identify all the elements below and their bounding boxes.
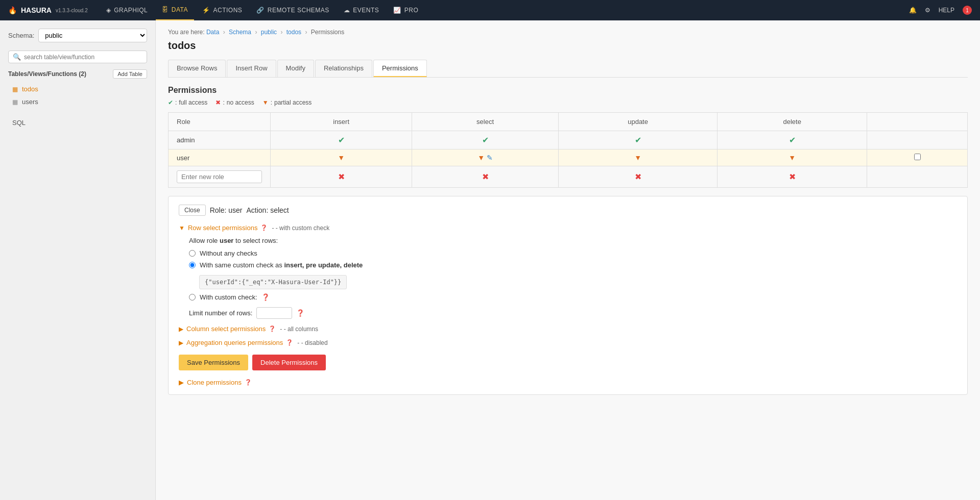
breadcrumb-current: Permissions <box>311 29 344 36</box>
col-role: Role <box>169 113 271 131</box>
save-permissions-button[interactable]: Save Permissions <box>179 355 248 370</box>
column-select-title: Column select permissions <box>186 325 266 333</box>
tab-modify[interactable]: Modify <box>277 60 314 77</box>
top-nav: 🔥 HASURA v1.3.3-cloud.2 ◈ GRAPHIQL 🗄 DAT… <box>0 0 980 20</box>
help-label[interactable]: HELP <box>939 7 954 14</box>
radio-same-check-input[interactable] <box>189 262 196 268</box>
col-extra <box>867 113 968 131</box>
edit-icon[interactable]: ✎ <box>487 154 493 162</box>
x-icon: ✖ <box>482 172 489 181</box>
table-icon-todos: ▦ <box>12 86 18 93</box>
user-delete-cell[interactable]: ▼ <box>718 149 867 166</box>
radio-same-check: With same custom check as insert, pre up… <box>189 261 957 269</box>
row-select-header[interactable]: ▼ Row select permissions ❓ - - with cust… <box>179 224 957 232</box>
agg-help-icon[interactable]: ❓ <box>286 339 293 346</box>
sidebar-item-users[interactable]: ▦ users <box>8 95 147 108</box>
column-select-header[interactable]: ▶ Column select permissions ❓ - - all co… <box>179 325 957 333</box>
radio-custom-check-input[interactable] <box>189 294 196 301</box>
custom-check-help-icon[interactable]: ❓ <box>261 293 270 301</box>
page-title: todos <box>168 40 968 52</box>
limit-help-icon[interactable]: ❓ <box>296 309 304 317</box>
filter-icon: ▼ <box>788 154 796 162</box>
table-row-admin: admin ✔ ✔ ✔ ✔ <box>169 131 968 149</box>
panel-header: Close Role: user Action: select <box>179 205 957 216</box>
radio-no-check-input[interactable] <box>189 250 196 257</box>
new-role-cell <box>169 166 271 188</box>
nav-graphiql[interactable]: ◈ GRAPHIQL <box>100 0 154 20</box>
admin-delete-cell[interactable]: ✔ <box>718 131 867 149</box>
user-checkbox-cell[interactable] <box>867 149 968 166</box>
full-access-label: : <box>175 99 177 106</box>
settings-icon[interactable]: ⚙ <box>925 7 930 14</box>
delete-permissions-button[interactable]: Delete Permissions <box>252 355 326 370</box>
sidebar-item-sql[interactable]: SQL <box>8 116 147 129</box>
row-select-section: ▼ Row select permissions ❓ - - with cust… <box>179 224 957 319</box>
radio-no-check: Without any checks <box>189 249 957 257</box>
new-select-cell[interactable]: ✖ <box>412 166 559 188</box>
check-icon: ✔ <box>482 136 489 144</box>
clone-label: Clone permissions <box>187 379 242 386</box>
tab-insert-row[interactable]: Insert Row <box>227 60 276 77</box>
admin-insert-cell[interactable]: ✔ <box>271 131 412 149</box>
no-access-icon: ✖ <box>216 99 221 106</box>
tab-browse-rows[interactable]: Browse Rows <box>168 60 226 77</box>
radio-custom-check: With custom check: ❓ <box>189 293 957 301</box>
user-update-cell[interactable]: ▼ <box>558 149 717 166</box>
x-icon: ✖ <box>789 172 796 181</box>
row-select-note: - - with custom check <box>272 224 329 232</box>
new-insert-cell[interactable]: ✖ <box>271 166 412 188</box>
user-select-cell[interactable]: ▼ ✎ <box>412 149 559 166</box>
aggregation-note: - - disabled <box>297 339 327 346</box>
tab-relationships[interactable]: Relationships <box>315 60 372 77</box>
col-delete: delete <box>718 113 867 131</box>
nav-actions[interactable]: ⚡ ACTIONS <box>196 0 248 20</box>
new-delete-cell[interactable]: ✖ <box>718 166 867 188</box>
clone-help-icon[interactable]: ❓ <box>245 379 252 386</box>
breadcrumb-schema[interactable]: Schema <box>229 29 251 36</box>
table-row-user: user ▼ ▼ ✎ ▼ ▼ <box>169 149 968 166</box>
sidebar: Schema: public 🔍 Tables/Views/Functions … <box>0 20 156 500</box>
add-table-button[interactable]: Add Table <box>113 69 147 79</box>
sidebar-item-todos[interactable]: ▦ todos <box>8 83 147 95</box>
user-insert-cell[interactable]: ▼ <box>271 149 412 166</box>
new-role-input[interactable] <box>177 170 262 183</box>
search-icon: 🔍 <box>13 53 21 61</box>
allow-text: Allow role user to select rows: <box>189 237 957 244</box>
schema-select[interactable]: public <box>38 29 147 42</box>
user-role-cell: user <box>169 149 271 166</box>
admin-update-cell[interactable]: ✔ <box>558 131 717 149</box>
clone-section[interactable]: ▶ Clone permissions ❓ <box>179 379 957 386</box>
col-collapse-arrow-icon: ▶ <box>179 326 183 333</box>
nav-events[interactable]: ☁ EVENTS <box>338 0 386 20</box>
new-extra-cell <box>867 166 968 188</box>
aggregation-header[interactable]: ▶ Aggregation queries permissions ❓ - - … <box>179 339 957 346</box>
data-icon: 🗄 <box>162 6 169 13</box>
column-select-note: - - all columns <box>280 326 318 333</box>
app-logo[interactable]: 🔥 HASURA v1.3.3-cloud.2 <box>8 6 88 14</box>
breadcrumb-todos[interactable]: todos <box>286 29 301 36</box>
nav-pro[interactable]: 📈 PRO <box>387 0 424 20</box>
actions-icon: ⚡ <box>202 7 210 14</box>
tab-permissions[interactable]: Permissions <box>373 60 427 77</box>
limit-input[interactable] <box>256 307 292 319</box>
help-icon[interactable]: ❓ <box>260 224 268 231</box>
admin-select-cell[interactable]: ✔ <box>412 131 559 149</box>
breadcrumb-public[interactable]: public <box>261 29 277 36</box>
nav-right: 🔔 ⚙ HELP 1 <box>909 6 972 15</box>
filter-icon: ▼ <box>634 154 641 162</box>
bell-icon[interactable]: 🔔 <box>909 7 917 14</box>
close-button[interactable]: Close <box>179 205 206 216</box>
search-input[interactable] <box>24 54 142 61</box>
nav-data[interactable]: 🗄 DATA <box>156 0 194 20</box>
new-update-cell[interactable]: ✖ <box>558 166 717 188</box>
breadcrumb-data[interactable]: Data <box>206 29 219 36</box>
notification-badge[interactable]: 1 <box>963 6 972 15</box>
admin-extra-cell <box>867 131 968 149</box>
aggregation-title: Aggregation queries permissions <box>186 339 283 346</box>
column-select-section: ▶ Column select permissions ❓ - - all co… <box>179 325 957 333</box>
row-perm-content: Allow role user to select rows: Without … <box>179 237 957 319</box>
col-help-icon[interactable]: ❓ <box>269 326 276 332</box>
radio-same-check-label: With same custom check as insert, pre up… <box>200 261 363 269</box>
nav-remote-schemas[interactable]: 🔗 REMOTE SCHEMAS <box>250 0 336 20</box>
user-checkbox[interactable] <box>914 154 921 160</box>
